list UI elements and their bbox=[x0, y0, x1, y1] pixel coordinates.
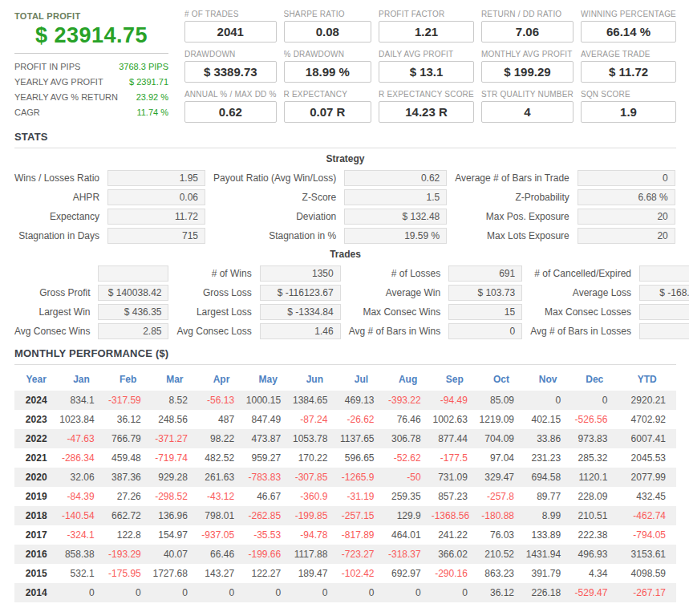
stats-heading: STATS bbox=[14, 131, 676, 143]
month-value-cell: 136.96 bbox=[152, 506, 198, 525]
metric-card: STR QUALITY NUMBER4 bbox=[481, 90, 573, 123]
month-value-cell: 85.09 bbox=[478, 391, 525, 410]
stat-value-box: 11.72 bbox=[107, 209, 205, 225]
stat-label: # of Cancelled/Expired bbox=[530, 268, 631, 279]
month-value-cell: 129.9 bbox=[385, 506, 432, 525]
month-value-cell: 959.27 bbox=[245, 448, 291, 468]
year-cell: 2018 bbox=[14, 506, 58, 525]
month-value-cell: 0 bbox=[291, 583, 338, 602]
month-value-cell: 464.01 bbox=[385, 525, 432, 545]
metric-card: ANNUAL % / MAX DD %0.62 bbox=[184, 90, 277, 123]
summary-row: PROFIT IN PIPS3768.3 PIPS bbox=[14, 59, 168, 75]
month-value-cell: 170.22 bbox=[291, 448, 338, 468]
stat-value-box: 1.5 bbox=[344, 189, 447, 205]
month-value-cell: 847.49 bbox=[245, 410, 291, 429]
month-value-cell: 154.97 bbox=[152, 525, 198, 545]
year-cell: 2023 bbox=[14, 410, 58, 429]
month-value-cell: 469.13 bbox=[338, 391, 384, 410]
month-value-cell: -26.62 bbox=[338, 410, 384, 429]
metric-value-box: 0.07 R bbox=[284, 101, 372, 123]
monthly-header-cell: Jun bbox=[291, 368, 338, 391]
year-cell: 2017 bbox=[14, 525, 58, 545]
year-cell: 2024 bbox=[14, 391, 58, 410]
monthly-heading: MONTHLY PERFORMANCE ($) bbox=[14, 347, 676, 359]
month-value-cell: 122.27 bbox=[245, 564, 291, 583]
metric-label: RETURN / DD RATIO bbox=[481, 10, 573, 18]
summary-row-value: 3768.3 PIPS bbox=[119, 59, 168, 75]
metric-label: PROFIT FACTOR bbox=[379, 10, 474, 18]
monthly-row: 2018-140.54662.72136.96798.01-262.85-199… bbox=[14, 506, 676, 525]
month-value-cell: -35.53 bbox=[245, 525, 291, 545]
year-cell: 2022 bbox=[14, 429, 58, 448]
month-value-cell: -267.17 bbox=[618, 583, 676, 602]
month-value-cell: 306.78 bbox=[385, 429, 432, 448]
summary-row-label: YEARLY AVG % RETURN bbox=[14, 90, 118, 105]
month-value-cell: -193.29 bbox=[105, 545, 152, 564]
month-value-cell: 432.45 bbox=[618, 487, 676, 506]
metric-card: DRAWDOWN$ 3389.73 bbox=[184, 50, 277, 83]
month-value-cell: 596.65 bbox=[338, 448, 384, 468]
summary-row-label: CAGR bbox=[14, 105, 40, 120]
metric-card: WINNING PERCENTAGE66.14 % bbox=[581, 10, 676, 43]
stat-value-box: 20 bbox=[578, 228, 675, 244]
month-value-cell: -324.1 bbox=[58, 525, 104, 545]
monthly-row: 202032.06387.36929.28261.63-783.83-307.8… bbox=[14, 468, 676, 487]
trades-title: Trades bbox=[14, 249, 676, 260]
year-cell: 2021 bbox=[14, 448, 58, 468]
summary-row-value: 23.92 % bbox=[136, 90, 168, 105]
month-value-cell: -84.39 bbox=[58, 487, 104, 506]
summary-divider bbox=[14, 53, 168, 54]
stat-label: Deviation bbox=[213, 211, 336, 222]
month-value-cell: 8.99 bbox=[525, 506, 571, 525]
month-value-cell: 766.79 bbox=[105, 429, 152, 448]
month-value-cell: -794.05 bbox=[618, 525, 676, 545]
stat-value-box: 2.85 bbox=[98, 323, 168, 339]
metric-card: AVERAGE TRADE$ 11.72 bbox=[581, 50, 676, 83]
month-value-cell: 261.63 bbox=[198, 468, 245, 487]
month-value-cell: -317.59 bbox=[105, 391, 152, 410]
month-value-cell: 259.35 bbox=[385, 487, 432, 506]
stat-label: Wins / Losses Ratio bbox=[14, 172, 99, 184]
month-value-cell: -262.85 bbox=[245, 506, 291, 525]
monthly-header-cell: Dec bbox=[571, 368, 618, 391]
month-value-cell: -43.12 bbox=[198, 487, 245, 506]
month-value-cell: 1053.78 bbox=[291, 429, 338, 448]
month-value-cell: 76.03 bbox=[478, 525, 525, 545]
metric-label: WINNING PERCENTAGE bbox=[581, 10, 676, 18]
monthly-header-cell: YTD bbox=[618, 368, 676, 391]
month-value-cell: 834.1 bbox=[58, 391, 104, 410]
stat-value-box: 0 bbox=[639, 265, 689, 282]
stat-label: Avg Consec Wins bbox=[14, 326, 90, 337]
month-value-cell: 0 bbox=[58, 583, 104, 602]
stat-label: Stagnation in % bbox=[213, 230, 336, 241]
month-value-cell: 231.23 bbox=[525, 448, 571, 468]
month-value-cell: 4.34 bbox=[571, 564, 618, 583]
stat-label: Gross Loss bbox=[176, 287, 251, 298]
month-value-cell: 189.47 bbox=[291, 564, 338, 583]
month-value-cell: 36.12 bbox=[478, 583, 525, 602]
monthly-rule bbox=[14, 364, 676, 365]
month-value-cell: 877.44 bbox=[432, 429, 478, 448]
month-value-cell: 40.07 bbox=[152, 545, 198, 564]
year-cell: 2020 bbox=[14, 468, 58, 487]
month-value-cell: -94.49 bbox=[432, 391, 478, 410]
stat-label: Avg # of Bars in Wins bbox=[349, 326, 441, 337]
month-value-cell: 285.32 bbox=[571, 448, 618, 468]
stat-value-box: 0 bbox=[639, 323, 689, 339]
strategy-report-page: TOTAL PROFIT $ 23914.75 PROFIT IN PIPS37… bbox=[0, 0, 689, 602]
metric-label: SHARPE RATIO bbox=[284, 10, 372, 18]
stat-value-box: $ 103.73 bbox=[448, 285, 522, 301]
month-value-cell: 1117.88 bbox=[291, 545, 338, 564]
monthly-header-cell: Feb bbox=[105, 368, 152, 391]
month-value-cell: -1368.56 bbox=[432, 506, 478, 525]
metric-value-box: 1.21 bbox=[379, 21, 474, 43]
monthly-header-cell: Mar bbox=[152, 368, 198, 391]
month-value-cell: 228.09 bbox=[571, 487, 618, 506]
month-value-cell: -723.27 bbox=[338, 545, 384, 564]
month-value-cell: 133.89 bbox=[525, 525, 571, 545]
month-value-cell: 532.1 bbox=[58, 564, 104, 583]
metric-value-box: $ 199.29 bbox=[481, 61, 573, 83]
stat-value-box: 0 bbox=[578, 170, 675, 186]
month-value-cell: 0 bbox=[245, 583, 291, 602]
month-value-cell: 0 bbox=[198, 583, 245, 602]
